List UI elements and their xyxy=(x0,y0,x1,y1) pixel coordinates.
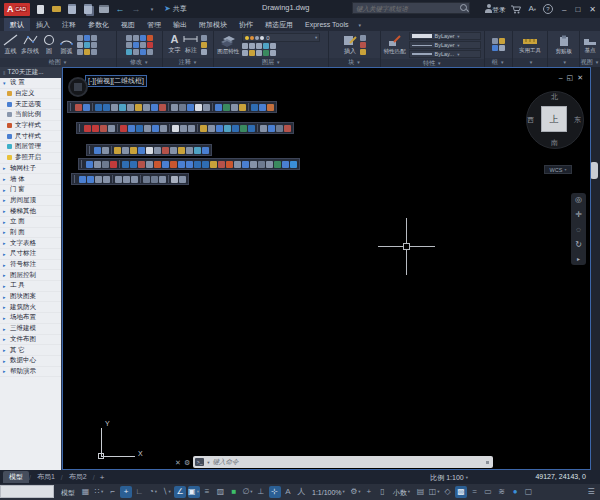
block-tool-icon-2[interactable] xyxy=(360,49,366,55)
toolbar-icon-0-9[interactable] xyxy=(143,104,150,111)
modify-tool-icon-1[interactable] xyxy=(133,35,139,41)
command-drag-handle[interactable] xyxy=(486,461,489,464)
toolbar-icon-3-5[interactable] xyxy=(122,161,129,168)
modify-tool-icon-5[interactable] xyxy=(133,42,139,48)
palette-group-14[interactable]: ▸场地布置 xyxy=(0,313,61,324)
toolbar-icon-1-21[interactable] xyxy=(240,125,247,132)
grid-display-icon[interactable]: ▦ xyxy=(80,486,92,498)
toolbar-icon-1-19[interactable] xyxy=(224,125,231,132)
viewcube[interactable]: 北 南 西 东 上 xyxy=(526,91,584,149)
dimension-button[interactable]: 标注 xyxy=(183,34,198,55)
polyline-button[interactable]: 多段线 xyxy=(21,34,39,56)
insert-button[interactable]: 插入 xyxy=(343,34,357,56)
toolbar-icon-3-6[interactable] xyxy=(130,161,137,168)
toolbar-icon-0-20[interactable] xyxy=(223,104,230,111)
draw-tool-icon-4[interactable] xyxy=(84,42,90,48)
modify-tool-icon-11[interactable] xyxy=(147,49,153,55)
ribbon-tab-4[interactable]: 视图 xyxy=(115,18,141,31)
annotation-visibility-icon[interactable]: A xyxy=(282,486,294,498)
layer-tool-icon-6[interactable] xyxy=(249,50,255,56)
ribbon-tab-7[interactable]: 附加模块 xyxy=(193,18,233,31)
toolbar-icon-0-13[interactable] xyxy=(171,104,178,111)
palette-title-bar[interactable]: ‖ T20天正建... xyxy=(0,67,61,78)
groups-panel-label[interactable]: 组▼ xyxy=(485,58,512,67)
toolbar-row-4[interactable] xyxy=(71,173,189,185)
palette-group-7[interactable]: ▸文字表格 xyxy=(0,238,61,249)
ribbon-tab-6[interactable]: 输出 xyxy=(167,18,193,31)
palette-item-3[interactable]: 文字样式 xyxy=(0,121,61,132)
toolbar-icon-3-2[interactable] xyxy=(102,161,109,168)
toolbar-icon-1-7[interactable] xyxy=(136,125,143,132)
toolbar-icon-1-27[interactable] xyxy=(284,125,291,132)
draw-tool-icon-5[interactable] xyxy=(91,42,97,48)
palette-item-1[interactable]: 天正选项 xyxy=(0,99,61,110)
toolbar-icon-3-0[interactable] xyxy=(86,161,93,168)
toolbar-icon-2-0[interactable] xyxy=(94,147,101,154)
toolbar-icon-3-13[interactable] xyxy=(186,161,193,168)
toolbar-icon-3-9[interactable] xyxy=(154,161,161,168)
palette-group-6[interactable]: ▸剖 面 xyxy=(0,228,61,239)
toolbar-icon-2-7[interactable] xyxy=(146,147,153,154)
align-icon[interactable]: = xyxy=(469,486,481,498)
ortho-mode-icon[interactable]: ∟ xyxy=(134,486,146,498)
viewcube-east[interactable]: 东 xyxy=(574,115,581,125)
toolbar-icon-3-12[interactable] xyxy=(178,161,185,168)
toolbar-icon-0-24[interactable] xyxy=(251,104,258,111)
toolbar-row-0[interactable] xyxy=(67,101,277,113)
close-button[interactable]: ✕ xyxy=(589,5,596,14)
toolbar-icon-3-3[interactable] xyxy=(110,161,117,168)
toolbar-icon-4-3[interactable] xyxy=(103,176,110,183)
toolbar-icon-2-3[interactable] xyxy=(114,147,121,154)
layers-panel-label[interactable]: 图层▼ xyxy=(214,58,328,67)
toolbar-icon-0-22[interactable] xyxy=(239,104,246,111)
toolbar-icon-4-6[interactable] xyxy=(123,176,130,183)
toolbar-icon-1-6[interactable] xyxy=(128,125,135,132)
toolbar-icon-4-2[interactable] xyxy=(95,176,102,183)
linetype-dropdown[interactable]: ByLayer▾ xyxy=(409,41,481,49)
toolbar-grip[interactable] xyxy=(81,160,84,168)
layer-tool-icon-7[interactable] xyxy=(256,50,262,56)
toolbar-icon-3-19[interactable] xyxy=(234,161,241,168)
group-tool-icon-3[interactable] xyxy=(499,45,505,51)
toolbar-icon-0-10[interactable] xyxy=(151,104,158,111)
layer-tool-icon-8[interactable] xyxy=(263,50,269,56)
toolbar-icon-2-11[interactable] xyxy=(178,147,185,154)
save-icon[interactable] xyxy=(66,3,78,15)
annotation-scale-control[interactable]: 1:1/100%▾ xyxy=(309,486,348,498)
toolbar-icon-4-1[interactable] xyxy=(87,176,94,183)
palette-group-8[interactable]: ▸尺寸标注 xyxy=(0,249,61,260)
draw-panel-label[interactable]: 绘图▼ xyxy=(0,58,116,67)
group-tool-icon-0[interactable] xyxy=(492,38,498,44)
snap-toggle-icon[interactable]: + xyxy=(120,486,132,498)
toolbar-icon-4-14[interactable] xyxy=(179,176,186,183)
layer-tool-icon-9[interactable] xyxy=(270,50,276,56)
toolbar-icon-0-6[interactable] xyxy=(119,104,126,111)
toolbar-icon-3-8[interactable] xyxy=(146,161,153,168)
clipboard-button[interactable]: 剪贴板 xyxy=(555,35,572,55)
snap-mode-icon[interactable]: ∷▾ xyxy=(93,486,105,498)
toolbar-icon-3-18[interactable] xyxy=(226,161,233,168)
toolbar-icon-4-13[interactable] xyxy=(171,176,178,183)
viewcube-south[interactable]: 南 xyxy=(551,138,558,148)
toolbar-grip[interactable] xyxy=(70,103,73,111)
toolbar-icon-2-14[interactable] xyxy=(202,147,209,154)
toolbar-icon-0-3[interactable] xyxy=(95,104,102,111)
toolbar-icon-0-14[interactable] xyxy=(179,104,186,111)
login-dropdown-icon[interactable]: ▾ xyxy=(501,7,504,12)
toolbar-icon-1-9[interactable] xyxy=(152,125,159,132)
toolbar-icon-2-13[interactable] xyxy=(194,147,201,154)
toolbar-icon-2-9[interactable] xyxy=(162,147,169,154)
toolbar-icon-2-5[interactable] xyxy=(130,147,137,154)
annotate-tool-icon-0[interactable] xyxy=(201,35,207,41)
toolbar-grip[interactable] xyxy=(74,175,77,183)
drawing-canvas[interactable]: [-][俯视][二维线框] –◱✕ 北 南 西 东 上 WCS▾ ◎ ✛ ◌ ↻… xyxy=(62,67,591,470)
layer-properties-button[interactable]: 图层特性 xyxy=(217,35,239,55)
ribbon-overflow-icon[interactable]: ▾ xyxy=(354,18,365,31)
ribbon-tab-5[interactable]: 管理 xyxy=(141,18,167,31)
toolbar-icon-3-10[interactable] xyxy=(162,161,169,168)
new-layout-button[interactable]: + xyxy=(95,473,110,482)
toolbar-icon-1-12[interactable] xyxy=(172,125,179,132)
toolbar-icon-3-20[interactable] xyxy=(242,161,249,168)
annotation-monitor-icon[interactable]: + xyxy=(363,486,375,498)
scrollbar-thumb[interactable] xyxy=(590,162,598,179)
